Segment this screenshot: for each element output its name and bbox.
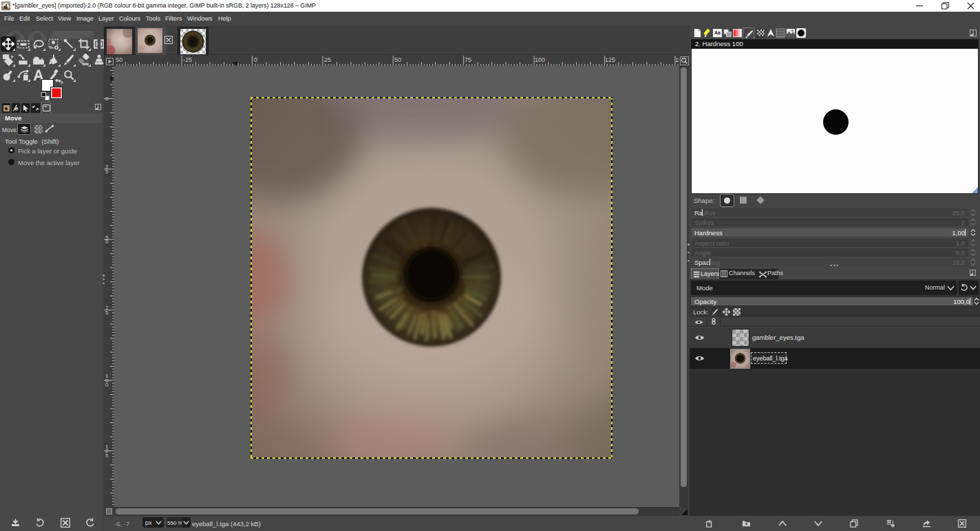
svg-text:0: 0 [105, 96, 109, 102]
svg-text:5: 5 [105, 453, 109, 459]
svg-text:25: 25 [324, 56, 331, 63]
svg-text:o: o [16, 107, 18, 111]
svg-text:0: 0 [105, 239, 109, 245]
svg-text:100: 100 [535, 56, 545, 63]
svg-text:0: 0 [105, 382, 109, 388]
svg-text:5: 5 [105, 169, 109, 175]
svg-text:50: 50 [394, 56, 401, 63]
svg-text:-25: -25 [183, 56, 192, 63]
svg-text:0: 0 [254, 56, 257, 63]
svg-text:75: 75 [465, 56, 471, 63]
svg-text:5: 5 [105, 310, 109, 316]
svg-text:50: 50 [116, 56, 122, 63]
svg-text:125: 125 [605, 56, 615, 63]
